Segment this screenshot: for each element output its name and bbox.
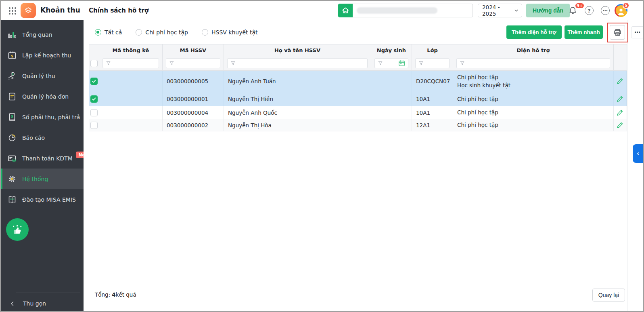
filter-actions-cell <box>614 56 627 70</box>
toolbar: Tất cảChi phí học tậpHSSV khuyết tật Thê… <box>89 25 643 40</box>
add-support-type-button[interactable]: Thêm diện hỗ trợ <box>506 25 562 39</box>
footer-separator <box>89 284 627 284</box>
sidebar-item-8[interactable]: Đào tạo MISA EMIS <box>1 189 84 210</box>
cell-lop: D20CQCN07 <box>412 71 453 92</box>
table-row[interactable]: 003000000004Nguyễn Anh Quốc10A1Chi phí h… <box>89 106 627 119</box>
table-row[interactable]: 003000000005Nguyễn Anh TuấnD20CQCN07Chi … <box>89 71 627 92</box>
filter-cell <box>163 56 224 70</box>
sidebar-item-3[interactable]: Quản lý hóa đơn <box>1 86 84 107</box>
support-type-line: Chi phí học tập <box>457 108 498 116</box>
column-header[interactable]: Lớp <box>412 44 453 56</box>
school-year-select[interactable]: 2024 - 2025 <box>478 4 522 17</box>
table-row[interactable]: 003000000001Nguyễn Thị Hiền10A1Chi phí h… <box>89 92 627 106</box>
calendar-icon[interactable] <box>398 60 405 67</box>
sidebar-item-6[interactable]: Thanh toán KDTMNew <box>1 148 84 169</box>
svg-text:$: $ <box>12 72 14 76</box>
gear-icon <box>7 174 17 184</box>
cell-ho-ten: Nguyễn Thị Hiền <box>224 92 371 106</box>
chevron-left-icon <box>10 301 15 306</box>
open-book-icon <box>7 195 17 204</box>
row-checkbox[interactable] <box>90 78 98 85</box>
quick-add-button[interactable]: Thêm nhanh <box>565 25 603 39</box>
khoan-thu-app-icon[interactable] <box>21 3 36 18</box>
row-checkbox[interactable] <box>90 95 98 103</box>
notification-badge: 9+ <box>575 2 585 9</box>
back-button[interactable]: Quay lại <box>592 289 625 301</box>
sidebar-item-0[interactable]: Tổng quan <box>1 24 84 45</box>
app-launcher-grid-icon[interactable] <box>8 6 17 15</box>
home-icon[interactable] <box>338 4 353 17</box>
cell-ma-hssv: 003000000002 <box>163 119 224 131</box>
sidebar-item-1[interactable]: $Lập kế hoạch thu <box>1 45 84 65</box>
sidebar-item-4[interactable]: $Sổ phải thu, phải trả <box>1 107 84 127</box>
filter-input[interactable] <box>227 58 368 68</box>
select-all-header-cell <box>89 44 99 56</box>
filter-funnel-icon <box>418 61 424 66</box>
filter-input[interactable] <box>374 58 408 68</box>
sidebar-item-label: Đào tạo MISA EMIS <box>22 196 76 203</box>
more-options-icon[interactable]: ⋯ <box>601 6 610 15</box>
filter-cell <box>412 56 453 70</box>
filter-cell <box>453 56 614 70</box>
row-checkbox[interactable] <box>90 122 98 129</box>
radio-all[interactable]: Tất cả <box>95 29 122 36</box>
select-all-checkbox[interactable] <box>90 60 98 67</box>
row-checkbox-cell <box>89 106 99 119</box>
cell-ma-thong-ke <box>99 119 163 131</box>
printer-icon <box>613 28 622 37</box>
sidebar-item-label: Thanh toán KDTM <box>22 155 73 162</box>
school-name-input[interactable] <box>353 4 473 17</box>
sidebar-nav: Tổng quan$Lập kế hoạch thu$Quản lý thuQu… <box>1 20 84 210</box>
column-header[interactable]: Mã thống kê <box>99 44 163 56</box>
edit-pencil-icon[interactable] <box>616 109 624 117</box>
filter-input[interactable] <box>415 58 450 68</box>
radio-chi-phi-hoc-tap[interactable]: Chi phí học tập <box>136 29 188 36</box>
edit-pencil-icon[interactable] <box>616 95 624 103</box>
sidebar-item-label: Quản lý thu <box>22 73 55 79</box>
column-header[interactable]: Họ và tên HSSV <box>224 44 371 56</box>
radio-dot-icon <box>95 29 101 36</box>
cell-ngay-sinh <box>371 119 412 131</box>
filter-input[interactable] <box>102 58 159 68</box>
right-panel-divider <box>627 20 627 311</box>
actions-header-cell <box>614 44 627 56</box>
collapse-panel-tab[interactable]: ‹ <box>633 144 643 163</box>
table-row[interactable]: 003000000002Nguyễn Thị Hòa12A1Chi phí họ… <box>89 119 627 131</box>
column-header[interactable]: Ngày sinh <box>371 44 412 56</box>
cell-ma-thong-ke <box>99 106 163 119</box>
filter-cell <box>99 56 163 70</box>
chevron-down-icon <box>514 8 519 13</box>
app-window: Khoản thu Chính sách hỗ trợ 2024 - 2025 … <box>0 0 644 312</box>
cell-lop: 10A1 <box>412 92 453 106</box>
row-checkbox[interactable] <box>90 109 98 116</box>
column-header[interactable]: Diện hỗ trợ <box>453 44 614 56</box>
help-icon[interactable]: ? <box>585 6 594 15</box>
row-actions-cell <box>614 119 627 131</box>
feedback-fab-button[interactable] <box>6 218 29 241</box>
cell-ma-hssv: 003000000004 <box>163 106 224 119</box>
sidebar-item-label: Tổng quan <box>22 32 52 38</box>
filter-input[interactable] <box>166 58 220 68</box>
filter-input[interactable] <box>456 58 610 68</box>
sidebar-item-label: Quản lý hóa đơn <box>22 93 69 100</box>
cell-ho-ten: Nguyễn Anh Tuấn <box>224 71 371 92</box>
sidebar-collapse-button[interactable]: Thu gọn <box>1 297 84 310</box>
sidebar-divider <box>16 293 80 293</box>
sidebar-item-7[interactable]: Hệ thống <box>1 169 84 189</box>
sidebar-item-label: Sổ phải thu, phải trả <box>22 114 80 120</box>
thumbs-up-stars-icon <box>11 223 24 236</box>
collapse-label: Thu gọn <box>23 300 46 307</box>
total-value: 4 <box>112 291 115 298</box>
svg-text:$: $ <box>11 54 13 58</box>
edit-pencil-icon[interactable] <box>616 121 624 129</box>
app-title: Khoản thu <box>40 6 80 14</box>
radio-hssv-khuyet-tat[interactable]: HSSV khuyết tật <box>202 29 258 36</box>
edit-pencil-icon[interactable] <box>616 77 624 85</box>
print-button[interactable] <box>610 25 625 40</box>
column-header[interactable]: Mã HSSV <box>163 44 224 56</box>
guide-button[interactable]: Hướng dẫn <box>526 4 570 17</box>
table-more-button[interactable]: ⋯ <box>631 26 644 38</box>
sidebar-item-5[interactable]: Báo cáo <box>1 127 84 148</box>
sidebar-item-2[interactable]: $Quản lý thu <box>1 65 84 86</box>
radio-label: Tất cả <box>105 29 122 36</box>
